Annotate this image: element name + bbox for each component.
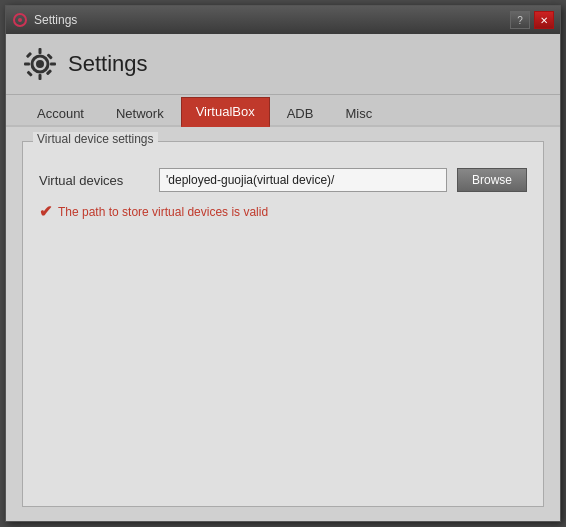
group-box-title: Virtual device settings [33,132,158,146]
help-button[interactable]: ? [510,11,530,29]
settings-window: Settings ? ✕ Settings Account [5,5,561,522]
tab-account[interactable]: Account [22,99,99,127]
header-title: Settings [68,51,148,77]
title-bar-text: Settings [34,13,77,27]
svg-rect-10 [26,70,32,76]
tab-network[interactable]: Network [101,99,179,127]
svg-point-1 [18,18,22,22]
validation-text: The path to store virtual devices is val… [58,205,268,219]
close-button[interactable]: ✕ [534,11,554,29]
virtual-device-settings-group: Virtual device settings Virtual devices … [22,141,544,507]
tab-misc[interactable]: Misc [330,99,387,127]
svg-rect-5 [39,74,42,80]
tabs-bar: Account Network VirtualBox ADB Misc [6,95,560,127]
gear-icon [22,46,58,82]
svg-rect-7 [50,63,56,66]
title-bar: Settings ? ✕ [6,6,560,34]
svg-rect-8 [26,52,32,58]
browse-button[interactable]: Browse [457,168,527,192]
title-bar-left: Settings [12,12,77,28]
svg-point-3 [36,60,44,68]
virtual-devices-row: Virtual devices Browse [39,168,527,192]
content-area: Virtual device settings Virtual devices … [6,127,560,521]
validation-row: ✔ The path to store virtual devices is v… [39,202,527,221]
svg-rect-4 [39,48,42,54]
virtual-devices-input[interactable] [159,168,447,192]
header-section: Settings [6,34,560,95]
tab-adb[interactable]: ADB [272,99,329,127]
title-bar-buttons: ? ✕ [510,11,554,29]
virtual-devices-label: Virtual devices [39,173,149,188]
app-icon [12,12,28,28]
checkmark-icon: ✔ [39,202,52,221]
tab-virtualbox[interactable]: VirtualBox [181,97,270,127]
svg-rect-6 [24,63,30,66]
